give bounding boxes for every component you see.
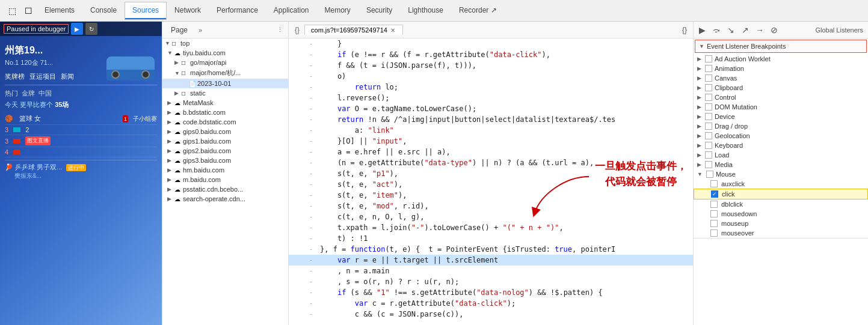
tree-top[interactable]: ▼ □ top xyxy=(162,38,288,48)
tree-static[interactable]: ▶ □ static xyxy=(162,88,288,98)
step-out-btn[interactable]: ↗ xyxy=(739,24,751,36)
bp-checkbox-control[interactable] xyxy=(705,94,712,101)
tab-network[interactable]: Network xyxy=(167,2,208,19)
step-button[interactable]: ↻ xyxy=(85,23,97,35)
bp-checkbox-auxclick[interactable] xyxy=(710,180,718,187)
tree-file-20231001[interactable]: 📄 2023-10-01 xyxy=(162,79,288,88)
tab-lighthouse[interactable]: Lighthouse xyxy=(401,2,451,19)
bp-checkbox-dblclick[interactable] xyxy=(710,201,718,208)
bp-checkbox-mouseover[interactable] xyxy=(710,229,718,237)
bp-group-control[interactable]: ▶ Control xyxy=(694,93,868,102)
tree-gips0[interactable]: ▶ ☁ gips0.baidu.com xyxy=(162,127,288,136)
tree-gips1[interactable]: ▶ ☁ gips1.baidu.com xyxy=(162,136,288,146)
deactivate-btn[interactable]: ⊘ xyxy=(768,24,780,36)
step-btn[interactable]: → xyxy=(754,24,766,36)
bp-group-keyboard[interactable]: ▶ Keyboard xyxy=(694,141,868,150)
tree-arrow-gips0: ▶ xyxy=(167,129,174,135)
cat-hot[interactable]: 热门 xyxy=(5,89,18,98)
tree-mbaidu[interactable]: ▶ ☁ m.baidu.com xyxy=(162,175,288,184)
bp-group-dommutation[interactable]: ▶ DOM Mutation xyxy=(694,102,868,112)
device-icon[interactable]: ☐ xyxy=(21,4,36,18)
rank-4: 4 xyxy=(5,148,8,156)
options-icon[interactable]: ⋮ xyxy=(274,25,286,35)
line-code-5: return lo; xyxy=(315,82,398,93)
medal-item-2[interactable]: 新闻 xyxy=(61,72,74,81)
sources-secondbar: Page » ⋮ xyxy=(162,22,288,38)
code-filename-tab[interactable]: com.js?t=1695975249714 ✕ xyxy=(304,25,403,35)
bp-item-dblclick[interactable]: dblclick xyxy=(694,199,868,209)
bp-item-click[interactable]: ✓ click xyxy=(694,189,868,199)
bp-group-media[interactable]: ▶ Media xyxy=(694,160,868,169)
bp-group-animation[interactable]: ▶ Animation xyxy=(694,64,868,73)
bp-item-mousedown[interactable]: mousedown xyxy=(694,209,868,219)
tree-bdstatic[interactable]: ▶ ☁ b.bdstatic.com xyxy=(162,108,288,117)
global-listeners-label[interactable]: Global Listeners xyxy=(813,25,866,35)
bp-group-mouse[interactable]: ▼ Mouse xyxy=(694,169,868,179)
bp-checkbox-mousedown[interactable] xyxy=(710,210,718,217)
sports-list: 🏀 篮球 女 1 子小组赛 3 2 3 xyxy=(5,113,157,157)
step-into-btn[interactable]: ↘ xyxy=(725,24,737,36)
bp-checkbox-mouseup[interactable] xyxy=(710,220,718,227)
format-icon[interactable]: {} xyxy=(292,25,302,35)
bp-checkbox-mouse[interactable] xyxy=(706,171,713,178)
tree-tiyu[interactable]: ▼ ☁ tiyu.baidu.com xyxy=(162,48,288,58)
bp-group-load[interactable]: ▶ Load xyxy=(694,150,868,160)
code-line-2: - if (e !== r && (f = r.getAttribute("da… xyxy=(289,49,693,60)
bp-checkbox-canvas[interactable] xyxy=(705,74,712,82)
more-tabs-icon[interactable]: » xyxy=(196,25,205,35)
bp-checkbox-media[interactable] xyxy=(705,161,712,168)
tab-application[interactable]: Application xyxy=(266,2,316,19)
tab-security[interactable]: Security xyxy=(359,2,399,19)
bp-checkbox-dommutation[interactable] xyxy=(705,103,712,111)
tree-codebdstatic[interactable]: ▶ ☁ code.bdstatic.com xyxy=(162,117,288,127)
bp-group-adauction[interactable]: ▶ Ad Auction Worklet xyxy=(694,54,868,64)
bp-checkbox-click[interactable]: ✓ xyxy=(711,190,718,198)
tab-console[interactable]: Console xyxy=(83,2,124,19)
resume-debugger-btn[interactable]: ▶ xyxy=(696,24,708,36)
close-tab-icon[interactable]: ✕ xyxy=(389,27,396,34)
cat-gold[interactable]: 金牌 xyxy=(22,89,35,98)
medal-item-0[interactable]: 奖牌榜 xyxy=(5,72,25,81)
code-content: - } - if (e !== r && (f = r.getAttribute… xyxy=(289,38,693,325)
tree-hm[interactable]: ▶ ☁ hm.baidu.com xyxy=(162,165,288,175)
event-listener-breakpoints-header[interactable]: ▼ Event Listener Breakpoints xyxy=(695,40,867,53)
bp-checkbox-device[interactable] xyxy=(705,113,712,120)
tab-recorder[interactable]: Recorder ↗ xyxy=(452,2,504,19)
cat-china[interactable]: 中国 xyxy=(38,89,52,98)
tree-majorhome[interactable]: ▼ □ major/home/杭/... xyxy=(162,67,288,79)
bp-group-device[interactable]: ▶ Device xyxy=(694,112,868,121)
bp-item-auxclick[interactable]: auxclick xyxy=(694,179,868,189)
page-tab[interactable]: Page xyxy=(165,25,194,35)
code-toolbar: {} com.js?t=1695975249714 ✕ {} xyxy=(289,22,693,38)
bp-checkbox-load[interactable] xyxy=(705,151,712,159)
tab-elements[interactable]: Elements xyxy=(37,2,82,19)
medal-item-1[interactable]: 亚运项目 xyxy=(29,72,56,81)
bp-group-clipboard[interactable]: ▶ Clipboard xyxy=(694,83,868,93)
tab-memory[interactable]: Memory xyxy=(318,2,358,19)
collapse-panel-icon[interactable]: {} xyxy=(680,25,689,35)
bp-checkbox-geolocation[interactable] xyxy=(705,132,712,139)
bp-checkbox-animation[interactable] xyxy=(705,65,712,72)
tree-metamask[interactable]: ▶ ☁ MetaMask xyxy=(162,98,288,108)
tree-gips2[interactable]: ▶ ☁ gips2.baidu.com xyxy=(162,146,288,156)
bp-group-geolocation[interactable]: ▶ Geolocation xyxy=(694,131,868,141)
bp-checkbox-adauction[interactable] xyxy=(705,55,712,62)
bp-checkbox-clipboard[interactable] xyxy=(705,84,712,91)
tree-psstatic[interactable]: ▶ ☁ psstatic.cdn.bcebo... xyxy=(162,184,288,194)
inspect-icon[interactable]: ⬚ xyxy=(5,4,20,18)
bp-label-geolocation: Geolocation xyxy=(715,132,750,139)
step-over-btn[interactable]: ⤼ xyxy=(710,24,722,36)
cloud-icon-hm: ☁ xyxy=(174,167,183,174)
bp-checkbox-keyboard[interactable] xyxy=(705,142,712,149)
resume-button[interactable]: ▶ xyxy=(71,23,83,35)
tree-search[interactable]: ▶ ☁ search-operate.cdn... xyxy=(162,194,288,204)
tab-sources[interactable]: Sources xyxy=(125,2,166,19)
bp-checkbox-dragdrop[interactable] xyxy=(705,123,712,130)
bp-group-canvas[interactable]: ▶ Canvas xyxy=(694,73,868,83)
bp-item-mouseup[interactable]: mouseup xyxy=(694,219,868,228)
bp-group-dragdrop[interactable]: ▶ Drag / drop xyxy=(694,121,868,131)
bp-item-mouseover[interactable]: mouseover xyxy=(694,228,868,238)
tree-gomajor[interactable]: ▶ □ go/major/api xyxy=(162,58,288,67)
tab-performance[interactable]: Performance xyxy=(209,2,265,19)
tree-gips3[interactable]: ▶ ☁ gips3.baidu.com xyxy=(162,156,288,165)
